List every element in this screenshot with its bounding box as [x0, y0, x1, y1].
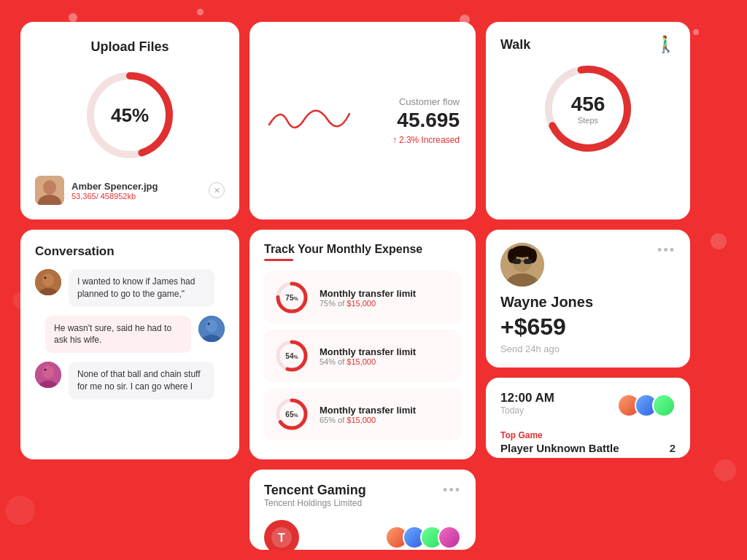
msg-bubble-1: I wanted to know if James had planned to…	[69, 269, 214, 307]
flow-change-pct: 2.3%	[399, 135, 419, 145]
wayne-name: Wayne Jones	[500, 294, 676, 311]
topgame-game-row: Player Unknown Battle 2	[500, 442, 676, 454]
expense-card: Track Your Monthly Expense 75% Monthly t…	[249, 230, 476, 459]
expense-detail-1: Monthly transfer limit 75% of $15,000	[320, 288, 416, 308]
tencent-sub: Tencent Holdings Limited	[264, 498, 366, 508]
file-name: Amber Spencer.jpg	[71, 181, 201, 192]
expense-pct-3: 65%	[285, 411, 298, 419]
msg-bubble-3: None of that ball and chain stuff for me…	[69, 362, 214, 400]
wayne-sent: Send 24h ago	[500, 343, 676, 354]
svg-rect-32	[524, 259, 532, 264]
file-info: Amber Spencer.jpg 53,365/ 458952kb	[71, 181, 201, 201]
upload-percent: 45%	[111, 104, 149, 127]
walk-card: Walk 🚶‍♂️ 456 Steps	[486, 22, 690, 219]
svg-point-24	[44, 369, 47, 371]
topgame-time: 12:00 AM	[500, 391, 554, 405]
walk-center: 456 Steps	[571, 93, 605, 125]
wayne-header: •••	[500, 243, 676, 287]
svg-point-18	[206, 319, 217, 332]
arrow-up-icon: ↑	[392, 135, 397, 145]
wayne-avatar	[500, 243, 544, 287]
expense-pct-1: 75%	[285, 294, 298, 302]
svg-text:T: T	[278, 532, 285, 544]
file-row: Amber Spencer.jpg 53,365/ 458952kb ✕	[35, 176, 225, 205]
svg-rect-31	[513, 259, 521, 264]
expense-item-sub-1: 75% of $15,000	[320, 299, 416, 308]
topgame-card: 12:00 AM Today Top Game Player Unknown B…	[486, 378, 690, 458]
flow-info: Customer flow 45.695 ↑ 2.3% Increased	[392, 96, 460, 145]
topgame-avatar-3	[652, 394, 676, 417]
expense-item-title-2: Monthly transfer limit	[320, 346, 416, 357]
conversation-title: Conversation	[35, 244, 225, 259]
expense-item-sub-2: 54% of $15,000	[320, 357, 416, 366]
msg-avatar-2	[198, 316, 225, 342]
stack-avatar-4	[438, 526, 461, 549]
file-avatar	[35, 176, 64, 205]
upload-progress-ring: 45%	[82, 68, 177, 163]
expense-item-title-1: Monthly transfer limit	[320, 288, 416, 299]
walk-steps-label: Steps	[571, 116, 605, 125]
wayne-jones-card: ••• Wayne Jones +$659 Send 24h ago	[486, 230, 690, 368]
msg-avatar-3	[35, 362, 61, 388]
expense-row-1: 75% Monthly transfer limit 75% of $15,00…	[264, 271, 461, 324]
svg-point-22	[42, 365, 54, 378]
message-2: He wasn't sure, said he had to ask his w…	[35, 316, 225, 354]
expense-detail-2: Monthly transfer limit 54% of $15,000	[320, 346, 416, 366]
tencent-logo: T	[264, 520, 299, 550]
tencent-avatars	[385, 526, 461, 549]
expense-row-3: 65% Monthly transfer limit 65% of $15,00…	[264, 388, 461, 440]
flow-value: 45.695	[392, 109, 460, 132]
expense-item-title-3: Monthly transfer limit	[320, 405, 416, 416]
upload-title: Upload Files	[35, 39, 225, 55]
topgame-label: Top Game	[500, 430, 676, 440]
expense-ring-2: 54%	[274, 338, 309, 373]
flow-change: ↑ 2.3% Increased	[392, 135, 460, 145]
close-button[interactable]: ✕	[209, 182, 225, 198]
expense-item-sub-3: 65% of $15,000	[320, 416, 416, 424]
tencent-footer: T	[264, 520, 461, 550]
topgame-avatars	[617, 394, 676, 417]
expense-ring-1: 75%	[274, 280, 309, 315]
upload-files-card: Upload Files 45% Amber Spencer.jpg 53,36…	[20, 22, 239, 219]
tencent-header: Tencent Gaming Tencent Holdings Limited …	[264, 483, 461, 517]
svg-point-3	[43, 180, 56, 195]
walk-title: Walk	[500, 37, 530, 52]
svg-point-16	[44, 277, 47, 279]
flow-chart	[266, 99, 353, 143]
tencent-gaming-card: Tencent Gaming Tencent Holdings Limited …	[249, 470, 476, 550]
flow-label: Customer flow	[392, 96, 460, 107]
svg-point-20	[208, 322, 210, 324]
expense-divider	[264, 259, 293, 261]
message-3: None of that ball and chain stuff for me…	[35, 362, 225, 400]
flow-change-label: Increased	[421, 135, 460, 145]
message-1: I wanted to know if James had planned to…	[35, 269, 225, 307]
topgame-game-count: 2	[670, 442, 676, 454]
topgame-date: Today	[500, 405, 554, 416]
walk-person-icon: 🚶‍♂️	[656, 35, 676, 54]
walk-ring: 456 Steps	[541, 61, 635, 156]
topgame-game-name: Player Unknown Battle	[500, 442, 619, 454]
walk-header: Walk 🚶‍♂️	[500, 35, 676, 54]
expense-detail-3: Monthly transfer limit 65% of $15,000	[320, 405, 416, 424]
expense-ring-3: 65%	[274, 397, 309, 432]
wayne-amount: +$659	[500, 314, 676, 341]
topgame-time-section: 12:00 AM Today	[500, 391, 554, 423]
topgame-section: Top Game Player Unknown Battle 2	[500, 430, 676, 454]
walk-steps-number: 456	[571, 93, 605, 116]
customer-flow-card: Customer flow 45.695 ↑ 2.3% Increased	[249, 22, 476, 219]
tencent-menu-icon[interactable]: •••	[443, 483, 461, 498]
msg-bubble-2: He wasn't sure, said he had to ask his w…	[45, 316, 191, 354]
svg-point-14	[42, 273, 54, 287]
expense-row-2: 54% Monthly transfer limit 54% of $15,00…	[264, 330, 461, 382]
conversation-card: Conversation I wanted to know if James h…	[20, 230, 239, 459]
expense-pct-2: 54%	[285, 352, 298, 360]
msg-avatar-1	[35, 269, 61, 295]
expense-title: Track Your Monthly Expense	[264, 243, 461, 256]
wayne-menu-icon[interactable]: •••	[657, 243, 676, 258]
file-size: 53,365/ 458952kb	[71, 192, 201, 201]
tencent-name: Tencent Gaming	[264, 483, 366, 498]
